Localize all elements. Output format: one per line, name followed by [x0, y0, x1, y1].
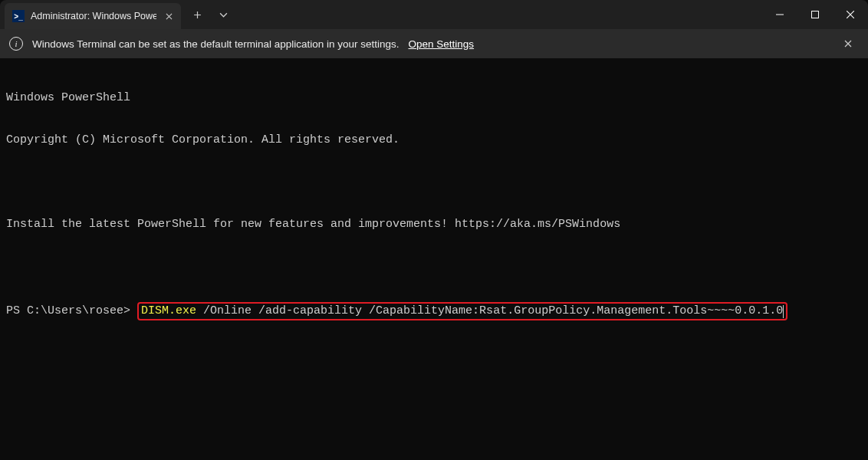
tab-title: Administrator: Windows PowerS: [31, 11, 156, 21]
tab-dropdown-button[interactable]: [210, 2, 236, 28]
powershell-icon-glyph: >_: [14, 12, 22, 21]
info-icon: i: [9, 37, 23, 51]
powershell-icon: >_: [12, 10, 25, 22]
svg-rect-0: [812, 12, 819, 18]
minimize-button[interactable]: [762, 0, 797, 29]
maximize-button[interactable]: [797, 0, 833, 29]
tab-actions: [181, 0, 236, 29]
terminal-blank: [6, 176, 862, 190]
prompt-text: PS C:\Users\rosee>: [6, 304, 130, 318]
terminal-cursor: [783, 305, 784, 318]
infobar: i Windows Terminal can be set as the def…: [0, 29, 868, 58]
titlebar: >_ Administrator: Windows PowerS: [0, 0, 868, 29]
command-executable: DISM.exe: [141, 304, 196, 318]
infobar-message: Windows Terminal can be set as the defau…: [32, 38, 399, 50]
new-tab-button[interactable]: [184, 2, 210, 28]
terminal-line: Install the latest PowerShell for new fe…: [6, 218, 862, 232]
terminal-prompt-line: PS C:\Users\rosee> DISM.exe /Online /add…: [6, 302, 862, 320]
command-highlight-box: DISM.exe /Online /add-capability /Capabi…: [137, 302, 787, 320]
terminal-blank: [6, 260, 862, 274]
tab-area: >_ Administrator: Windows PowerS: [0, 0, 762, 29]
close-window-button[interactable]: [833, 0, 868, 29]
window-controls: [762, 0, 868, 29]
terminal-output[interactable]: Windows PowerShell Copyright (C) Microso…: [0, 58, 868, 340]
open-settings-link[interactable]: Open Settings: [409, 38, 475, 50]
terminal-line: Copyright (C) Microsoft Corporation. All…: [6, 133, 862, 148]
tab-close-button[interactable]: [163, 10, 175, 22]
tab-powershell[interactable]: >_ Administrator: Windows PowerS: [5, 3, 181, 29]
terminal-line: Windows PowerShell: [6, 91, 862, 106]
command-arguments: /Online /add-capability /CapabilityName:…: [196, 304, 783, 318]
infobar-close-button[interactable]: [837, 33, 859, 54]
